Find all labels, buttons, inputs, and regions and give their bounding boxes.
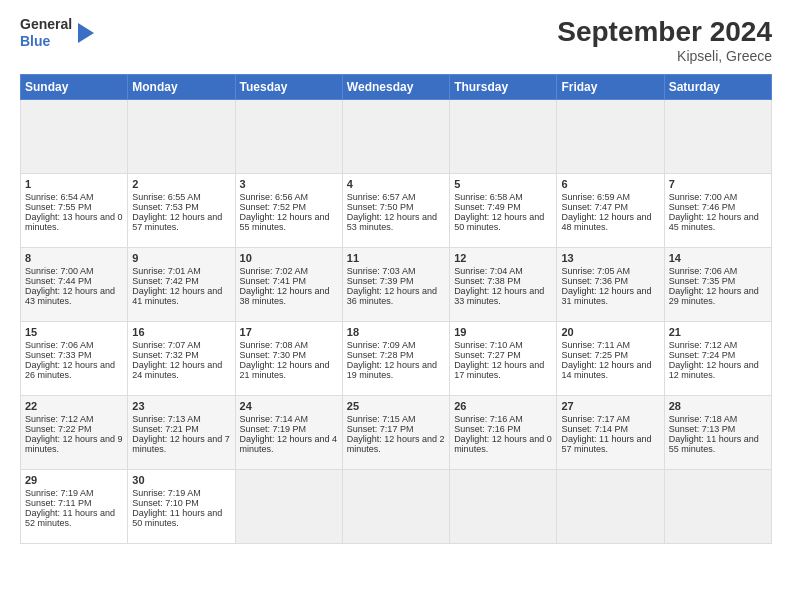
logo-arrow-icon [78,18,100,48]
sunrise-label: Sunrise: 7:15 AM [347,414,416,424]
sunrise-label: Sunrise: 6:56 AM [240,192,309,202]
daylight-label: Daylight: 12 hours and 31 minutes. [561,286,651,306]
day-number: 7 [669,178,767,190]
calendar-cell: 4 Sunrise: 6:57 AM Sunset: 7:50 PM Dayli… [342,174,449,248]
sunset-label: Sunset: 7:14 PM [561,424,628,434]
logo-text: General Blue [20,16,72,50]
day-number: 5 [454,178,552,190]
page-header: General Blue September 2024 Kipseli, Gre… [20,16,772,64]
sunrise-label: Sunrise: 6:55 AM [132,192,201,202]
calendar-cell: 27 Sunrise: 7:17 AM Sunset: 7:14 PM Dayl… [557,396,664,470]
svg-marker-0 [78,23,94,43]
sunset-label: Sunset: 7:41 PM [240,276,307,286]
calendar-cell: 18 Sunrise: 7:09 AM Sunset: 7:28 PM Dayl… [342,322,449,396]
sunrise-label: Sunrise: 7:00 AM [25,266,94,276]
daylight-label: Daylight: 11 hours and 57 minutes. [561,434,651,454]
day-number: 21 [669,326,767,338]
calendar-cell: 21 Sunrise: 7:12 AM Sunset: 7:24 PM Dayl… [664,322,771,396]
daylight-label: Daylight: 12 hours and 9 minutes. [25,434,123,454]
col-sunday: Sunday [21,75,128,100]
sunset-label: Sunset: 7:32 PM [132,350,199,360]
daylight-label: Daylight: 12 hours and 29 minutes. [669,286,759,306]
daylight-label: Daylight: 12 hours and 14 minutes. [561,360,651,380]
sunrise-label: Sunrise: 7:12 AM [25,414,94,424]
day-number: 6 [561,178,659,190]
daylight-label: Daylight: 12 hours and 4 minutes. [240,434,338,454]
col-wednesday: Wednesday [342,75,449,100]
sunrise-label: Sunrise: 7:16 AM [454,414,523,424]
sunrise-label: Sunrise: 7:19 AM [132,488,201,498]
sunrise-label: Sunrise: 7:06 AM [669,266,738,276]
sunrise-label: Sunrise: 7:07 AM [132,340,201,350]
calendar-cell: 13 Sunrise: 7:05 AM Sunset: 7:36 PM Dayl… [557,248,664,322]
col-monday: Monday [128,75,235,100]
day-number: 22 [25,400,123,412]
calendar-cell [557,470,664,544]
calendar-cell: 2 Sunrise: 6:55 AM Sunset: 7:53 PM Dayli… [128,174,235,248]
sunrise-label: Sunrise: 7:11 AM [561,340,630,350]
calendar-cell: 29 Sunrise: 7:19 AM Sunset: 7:11 PM Dayl… [21,470,128,544]
calendar-cell: 12 Sunrise: 7:04 AM Sunset: 7:38 PM Dayl… [450,248,557,322]
sunrise-label: Sunrise: 6:58 AM [454,192,523,202]
calendar-cell: 28 Sunrise: 7:18 AM Sunset: 7:13 PM Dayl… [664,396,771,470]
daylight-label: Daylight: 12 hours and 26 minutes. [25,360,115,380]
daylight-label: Daylight: 12 hours and 36 minutes. [347,286,437,306]
sunset-label: Sunset: 7:10 PM [132,498,199,508]
calendar-cell: 23 Sunrise: 7:13 AM Sunset: 7:21 PM Dayl… [128,396,235,470]
day-number: 4 [347,178,445,190]
day-number: 8 [25,252,123,264]
sunset-label: Sunset: 7:35 PM [669,276,736,286]
sunset-label: Sunset: 7:55 PM [25,202,92,212]
day-number: 28 [669,400,767,412]
sunset-label: Sunset: 7:11 PM [25,498,92,508]
daylight-label: Daylight: 12 hours and 19 minutes. [347,360,437,380]
daylight-label: Daylight: 12 hours and 57 minutes. [132,212,222,232]
daylight-label: Daylight: 12 hours and 17 minutes. [454,360,544,380]
calendar-cell: 7 Sunrise: 7:00 AM Sunset: 7:46 PM Dayli… [664,174,771,248]
daylight-label: Daylight: 12 hours and 21 minutes. [240,360,330,380]
sunset-label: Sunset: 7:38 PM [454,276,521,286]
daylight-label: Daylight: 11 hours and 52 minutes. [25,508,115,528]
sunset-label: Sunset: 7:33 PM [25,350,92,360]
calendar-cell [235,470,342,544]
sunrise-label: Sunrise: 7:00 AM [669,192,738,202]
day-number: 30 [132,474,230,486]
day-number: 11 [347,252,445,264]
sunrise-label: Sunrise: 6:57 AM [347,192,416,202]
calendar-week-row: 29 Sunrise: 7:19 AM Sunset: 7:11 PM Dayl… [21,470,772,544]
calendar-cell [450,470,557,544]
calendar-cell: 14 Sunrise: 7:06 AM Sunset: 7:35 PM Dayl… [664,248,771,322]
sunrise-label: Sunrise: 7:14 AM [240,414,309,424]
sunrise-label: Sunrise: 7:10 AM [454,340,523,350]
calendar-cell: 24 Sunrise: 7:14 AM Sunset: 7:19 PM Dayl… [235,396,342,470]
sunrise-label: Sunrise: 7:17 AM [561,414,630,424]
calendar-cell: 19 Sunrise: 7:10 AM Sunset: 7:27 PM Dayl… [450,322,557,396]
month-year: September 2024 [557,16,772,48]
calendar-week-row: 1 Sunrise: 6:54 AM Sunset: 7:55 PM Dayli… [21,174,772,248]
header-row: Sunday Monday Tuesday Wednesday Thursday… [21,75,772,100]
sunset-label: Sunset: 7:44 PM [25,276,92,286]
sunset-label: Sunset: 7:42 PM [132,276,199,286]
calendar-cell: 17 Sunrise: 7:08 AM Sunset: 7:30 PM Dayl… [235,322,342,396]
day-number: 18 [347,326,445,338]
calendar-week-row: 22 Sunrise: 7:12 AM Sunset: 7:22 PM Dayl… [21,396,772,470]
sunset-label: Sunset: 7:47 PM [561,202,628,212]
calendar-cell: 3 Sunrise: 6:56 AM Sunset: 7:52 PM Dayli… [235,174,342,248]
calendar-cell: 25 Sunrise: 7:15 AM Sunset: 7:17 PM Dayl… [342,396,449,470]
daylight-label: Daylight: 12 hours and 45 minutes. [669,212,759,232]
day-number: 26 [454,400,552,412]
daylight-label: Daylight: 11 hours and 50 minutes. [132,508,222,528]
day-number: 2 [132,178,230,190]
sunset-label: Sunset: 7:53 PM [132,202,199,212]
calendar-cell: 26 Sunrise: 7:16 AM Sunset: 7:16 PM Dayl… [450,396,557,470]
col-friday: Friday [557,75,664,100]
calendar-cell: 22 Sunrise: 7:12 AM Sunset: 7:22 PM Dayl… [21,396,128,470]
calendar-cell [664,100,771,174]
daylight-label: Daylight: 12 hours and 43 minutes. [25,286,115,306]
sunrise-label: Sunrise: 7:18 AM [669,414,738,424]
sunrise-label: Sunrise: 7:19 AM [25,488,94,498]
location: Kipseli, Greece [557,48,772,64]
calendar-cell [342,100,449,174]
day-number: 16 [132,326,230,338]
sunrise-label: Sunrise: 7:02 AM [240,266,309,276]
